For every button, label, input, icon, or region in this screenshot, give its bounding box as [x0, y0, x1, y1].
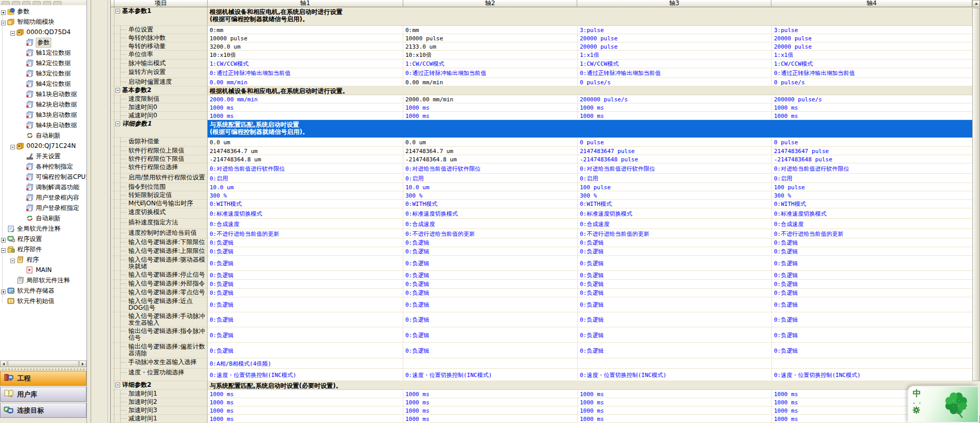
item-cell[interactable]: 加速时间3: [114, 406, 208, 415]
collapse-icon[interactable]: [115, 87, 120, 94]
row-selector-cell[interactable]: [111, 78, 114, 86]
value-cell-axis4[interactable]: 0:WITH模式: [772, 200, 972, 208]
item-cell[interactable]: 加速时间1: [114, 390, 208, 398]
value-cell-axis4[interactable]: 100 pulse: [772, 183, 972, 191]
value-cell-axis2[interactable]: 0:负逻辑: [403, 280, 578, 289]
value-cell-axis3[interactable]: 0:WITH模式: [578, 200, 772, 208]
value-cell-axis2[interactable]: 300 %: [403, 191, 578, 200]
value-cell-axis3[interactable]: 20000 pulse: [578, 42, 772, 51]
tree-item[interactable]: 自动刷新: [0, 213, 86, 223]
row-selector-cell[interactable]: [111, 200, 114, 208]
value-cell-axis1[interactable]: -214748364.8 um: [208, 155, 403, 163]
value-cell-axis3[interactable]: 100 pulse: [578, 183, 772, 191]
tree-item[interactable]: 各种控制指定: [0, 161, 86, 172]
value-cell-axis2[interactable]: [403, 358, 578, 369]
value-cell-axis4[interactable]: 0:负逻辑: [772, 247, 972, 256]
item-cell[interactable]: 加速时间2: [114, 398, 208, 406]
tree-item[interactable]: 轴1定位数据: [0, 48, 86, 58]
tree-item[interactable]: 程序: [0, 254, 86, 265]
item-cell[interactable]: 速度限制值: [114, 95, 208, 103]
row-selector-cell[interactable]: [111, 208, 114, 219]
item-cell[interactable]: 旋转方向设置: [114, 68, 208, 78]
value-cell-axis3[interactable]: 1000 ms: [578, 406, 772, 415]
value-cell-axis4[interactable]: 0:对进给当前值进行软件限位: [772, 163, 972, 174]
value-cell-axis2[interactable]: 0.00 mm/min: [403, 78, 578, 86]
tree-item[interactable]: 参数: [0, 37, 86, 48]
row-selector-cell[interactable]: [111, 155, 114, 163]
value-cell-axis4[interactable]: 0:通过正转脉冲输出增加当前值: [772, 68, 972, 78]
item-cell[interactable]: 基本参数1: [114, 7, 208, 26]
scroll-up-button[interactable]: [972, 0, 980, 7]
value-cell-axis4[interactable]: 0:负逻辑: [772, 327, 972, 343]
item-cell[interactable]: 速度切换模式: [114, 208, 208, 219]
item-cell[interactable]: 基本参数2: [114, 86, 208, 95]
value-cell-axis1[interactable]: 1000 ms: [208, 415, 403, 423]
value-cell-axis4[interactable]: 0:启用: [772, 174, 972, 183]
row-selector-cell[interactable]: [111, 238, 114, 247]
expand-icon[interactable]: [1, 289, 6, 293]
expand-icon[interactable]: [1, 9, 6, 14]
tree-item[interactable]: 局部软元件注释: [0, 275, 86, 285]
value-cell-axis3[interactable]: 0:启用: [578, 174, 772, 183]
value-cell-axis3[interactable]: 0 pulse/s: [578, 78, 772, 86]
value-cell-axis4[interactable]: 1:x1倍: [772, 51, 972, 59]
row-selector-cell[interactable]: [111, 369, 114, 381]
value-cell-axis3[interactable]: 0:负逻辑: [578, 238, 772, 247]
value-cell-axis4[interactable]: 20000 pulse: [772, 34, 972, 42]
item-cell[interactable]: 详细参数2: [114, 381, 208, 390]
tree-item[interactable]: 开关设置: [0, 151, 86, 161]
value-cell-axis3[interactable]: 20000 pulse: [578, 34, 772, 42]
row-selector-cell[interactable]: [111, 191, 114, 200]
item-cell[interactable]: 输入信号逻辑选择:零点信号: [114, 289, 208, 297]
collapse-icon[interactable]: [1, 247, 6, 252]
row-selector-cell[interactable]: [111, 26, 114, 34]
value-cell-axis3[interactable]: 0:负逻辑: [578, 280, 772, 289]
item-cell[interactable]: 输入信号逻辑选择:下限限位: [114, 238, 208, 247]
column-header[interactable]: 轴1: [208, 0, 403, 7]
row-selector-cell[interactable]: [111, 51, 114, 59]
value-cell-axis1[interactable]: 0:负逻辑: [208, 343, 403, 358]
value-cell-axis4[interactable]: 0:不进行进给当前值的更新: [772, 229, 972, 238]
value-cell-axis4[interactable]: 0:负逻辑: [772, 297, 972, 312]
ime-toolbar[interactable]: 中 。,: [908, 386, 979, 423]
item-cell[interactable]: 软件行程限位下限值: [114, 155, 208, 163]
item-cell[interactable]: 输入信号逻辑选择:停止信号: [114, 271, 208, 280]
value-cell-axis2[interactable]: 0:负逻辑: [403, 247, 578, 256]
value-cell-axis2[interactable]: 0:速度・位置切换控制(INC模式): [403, 369, 578, 381]
row-selector-cell[interactable]: [111, 390, 114, 398]
item-cell[interactable]: 输入信号逻辑选择:上限限位: [114, 247, 208, 256]
value-cell-axis1[interactable]: 2000.00 mm/min: [208, 95, 403, 103]
value-cell-axis4[interactable]: -2147483648 pulse: [772, 155, 972, 163]
item-cell[interactable]: 单位倍率: [114, 51, 208, 59]
row-selector-cell[interactable]: [111, 358, 114, 369]
tree-item[interactable]: 程序部件: [0, 244, 86, 254]
value-cell-axis3[interactable]: 0:标准速度切换模式: [578, 208, 772, 219]
tree-item[interactable]: 全局软元件注释: [0, 223, 86, 234]
item-cell[interactable]: 每转的移动量: [114, 42, 208, 51]
row-selector-cell[interactable]: [111, 381, 114, 390]
value-cell-axis2[interactable]: 0:不进行进给当前值的更新: [403, 229, 578, 238]
v-scroll-thumb[interactable]: [972, 8, 980, 381]
tree-item[interactable]: 轴2块启动数据: [0, 99, 86, 110]
value-cell-axis2[interactable]: 0:负逻辑: [403, 297, 578, 312]
row-selector-cell[interactable]: [111, 398, 114, 406]
value-cell-axis2[interactable]: 1000 ms: [403, 103, 578, 112]
tree-item[interactable]: MAIN: [0, 265, 86, 275]
row-selector-cell[interactable]: [111, 112, 114, 120]
value-cell-axis3[interactable]: 1000 ms: [578, 390, 772, 398]
value-cell-axis1[interactable]: 1000 ms: [208, 406, 403, 415]
value-cell-axis2[interactable]: 2133.0 um: [403, 42, 578, 51]
value-cell-axis2[interactable]: 0:启用: [403, 174, 578, 183]
collapse-icon[interactable]: [10, 144, 15, 148]
item-cell[interactable]: 减速时间0: [114, 112, 208, 120]
row-selector-cell[interactable]: [111, 229, 114, 238]
value-cell-axis2[interactable]: 0:负逻辑: [403, 271, 578, 280]
value-cell-axis4[interactable]: 200000 pulse/s: [772, 95, 972, 103]
item-cell[interactable]: 指令到位范围: [114, 183, 208, 191]
value-cell-axis2[interactable]: 0:WITH模式: [403, 200, 578, 208]
value-cell-axis1[interactable]: 0:负逻辑: [208, 312, 403, 327]
value-cell-axis2[interactable]: 0:通过正转脉冲输出增加当前值: [403, 68, 578, 78]
value-cell-axis4[interactable]: 0:负逻辑: [772, 256, 972, 271]
ime-punctuation-button[interactable]: 。,: [913, 398, 926, 405]
value-cell-axis3[interactable]: 200000 pulse/s: [578, 95, 772, 103]
